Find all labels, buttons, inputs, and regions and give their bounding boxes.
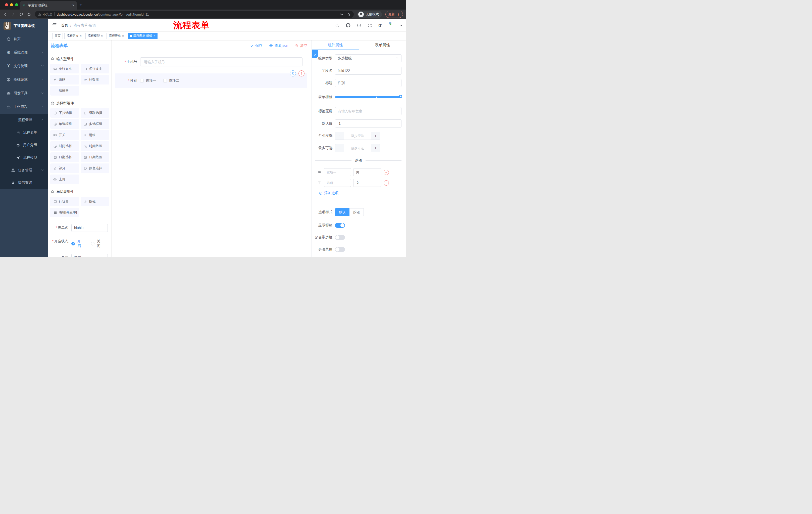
gender-option2-label[interactable]: 选项二 xyxy=(169,78,179,83)
palette-item-slider[interactable]: 滑块 xyxy=(81,130,110,140)
gender-option1-checkbox[interactable] xyxy=(140,79,144,82)
sidebar-item-home[interactable]: 首页 xyxy=(0,32,48,46)
tag-close-icon[interactable]: × xyxy=(80,34,82,38)
max-select-input[interactable] xyxy=(344,144,371,152)
palette-item-multi-text[interactable]: 多行文本 xyxy=(81,64,110,74)
breadcrumb-home[interactable]: 首页 xyxy=(61,23,68,28)
sidebar-item-leave-query[interactable]: 请假查询 xyxy=(0,177,48,189)
tag-close-icon[interactable]: × xyxy=(101,34,103,38)
border-switch[interactable] xyxy=(335,235,345,240)
tag-close-icon[interactable]: × xyxy=(122,34,124,38)
view-json-button[interactable]: 查看json xyxy=(269,44,288,48)
status-on-radio[interactable] xyxy=(71,242,75,245)
sidebar-item-pay[interactable]: ¥ 支付管理 xyxy=(0,59,48,73)
reload-button[interactable] xyxy=(19,12,23,17)
palette-item-switch[interactable]: 开关 xyxy=(50,130,79,140)
tab-close-icon[interactable]: × xyxy=(72,3,75,7)
canvas-field-phone[interactable]: *手机号 xyxy=(115,57,308,66)
field-name-input[interactable] xyxy=(335,66,402,75)
collapse-sidebar-button[interactable] xyxy=(52,22,57,28)
tag-flow-form[interactable]: 流程表单× xyxy=(107,33,126,39)
forward-button[interactable] xyxy=(11,12,16,17)
home-button[interactable] xyxy=(27,12,31,17)
sidebar-item-infra[interactable]: 基础设施 xyxy=(0,73,48,86)
minimize-window-button[interactable] xyxy=(10,3,13,6)
status-off-radio[interactable] xyxy=(91,242,94,245)
option2-value-input[interactable] xyxy=(353,179,381,187)
bookmark-star-icon[interactable] xyxy=(347,12,351,16)
sidebar-item-flow-form[interactable]: 流程表单 xyxy=(0,126,48,139)
form-grid-slider[interactable] xyxy=(335,93,402,101)
tag-flow-form-edit[interactable]: 流程表单-编辑× xyxy=(127,33,157,39)
drag-handle-icon[interactable] xyxy=(317,170,322,175)
palette-item-time-range[interactable]: 时间范围 xyxy=(81,141,110,151)
gender-option2-checkbox[interactable] xyxy=(163,79,167,82)
link-tag[interactable] xyxy=(312,50,318,58)
slider-handle[interactable] xyxy=(399,95,402,98)
label-width-input[interactable] xyxy=(335,107,402,115)
option2-label-input[interactable] xyxy=(324,179,351,187)
palette-item-single-text[interactable]: 单行文本 xyxy=(50,64,79,74)
remove-option-button[interactable]: − xyxy=(384,180,389,186)
palette-item-password[interactable]: 密码 xyxy=(50,75,79,84)
title-input[interactable] xyxy=(335,79,402,87)
style-button-button[interactable]: 按钮 xyxy=(349,208,364,216)
drag-handle-icon[interactable] xyxy=(317,180,322,186)
canvas-field-gender-selected[interactable]: *性别 选项一 选项二 xyxy=(115,74,307,88)
clear-button[interactable]: 清空 xyxy=(295,44,307,48)
save-button[interactable]: 保存 xyxy=(250,44,262,48)
status-on-label[interactable]: 开启 xyxy=(77,239,84,248)
option1-value-input[interactable] xyxy=(353,168,381,176)
palette-item-time[interactable]: 时间选择 xyxy=(50,141,79,151)
browser-tab[interactable]: 芋道管理系统 × xyxy=(20,1,77,9)
delete-component-button[interactable] xyxy=(298,71,304,77)
tab-component-props[interactable]: 组件属性 xyxy=(312,40,359,50)
palette-item-cascade[interactable]: 级联选择 xyxy=(81,108,110,118)
sidebar-item-flow-manage[interactable]: 流程管理 xyxy=(0,114,48,126)
gender-option1-label[interactable]: 选项一 xyxy=(146,78,156,83)
form-name-input[interactable] xyxy=(71,224,108,232)
sidebar-item-workflow[interactable]: 工作流程 xyxy=(0,100,48,114)
avatar[interactable] xyxy=(388,21,397,30)
palette-item-checkbox-group[interactable]: 多选框组 xyxy=(81,119,110,129)
palette-item-date[interactable]: 日期选择 xyxy=(50,153,79,162)
new-tab-button[interactable]: + xyxy=(79,2,82,8)
browser-menu-icon[interactable]: ⋮ xyxy=(397,12,400,16)
password-key-icon[interactable] xyxy=(339,12,343,16)
sidebar-item-user-group[interactable]: 用户分组 xyxy=(0,139,48,152)
stepper-increase-button[interactable]: + xyxy=(371,132,380,140)
sidebar-item-system[interactable]: ⚙ 系统管理 xyxy=(0,46,48,59)
tag-flow-definition[interactable]: 流程定义× xyxy=(64,33,84,39)
min-select-input[interactable] xyxy=(344,132,371,140)
palette-item-counter[interactable]: 计数器 xyxy=(81,75,110,84)
status-off-label[interactable]: 关闭 xyxy=(97,239,104,248)
github-icon[interactable] xyxy=(346,23,350,28)
add-option-button[interactable]: 添加选项 xyxy=(319,191,402,195)
palette-item-upload[interactable]: 上传 xyxy=(50,174,79,184)
sidebar-item-task-manage[interactable]: 任务管理 xyxy=(0,164,48,177)
palette-item-date-range[interactable]: 日期范围 xyxy=(81,153,110,162)
close-window-button[interactable] xyxy=(5,3,8,6)
stepper-decrease-button[interactable]: − xyxy=(335,132,344,140)
palette-item-select[interactable]: 下拉选择 xyxy=(50,108,79,118)
stepper-increase-button[interactable]: + xyxy=(371,144,380,152)
fullscreen-icon[interactable] xyxy=(368,23,372,28)
show-label-switch[interactable] xyxy=(335,223,345,228)
update-button[interactable]: 更新 ⋮ xyxy=(385,11,403,18)
address-bar[interactable]: 不安全 dashboard.yudao.iocoder.cn/bpm/manag… xyxy=(35,11,354,18)
style-default-button[interactable]: 默认 xyxy=(335,208,349,216)
back-button[interactable] xyxy=(3,12,7,17)
tag-home[interactable]: 首页 xyxy=(52,33,63,39)
sidebar-item-flow-model[interactable]: 流程模型 xyxy=(0,152,48,164)
palette-item-table[interactable]: 表格[开发中] xyxy=(50,208,79,217)
sidebar-item-dev[interactable]: 研发工具 xyxy=(0,86,48,100)
component-type-select[interactable]: 多选框组 xyxy=(335,54,402,62)
tab-form-props[interactable]: 表单属性 xyxy=(359,40,406,50)
stepper-decrease-button[interactable]: − xyxy=(335,144,344,152)
phone-input[interactable] xyxy=(140,57,302,66)
form-remark-textarea[interactable]: 嘿嘿 xyxy=(71,254,108,257)
palette-item-button[interactable]: 按钮 xyxy=(81,197,110,206)
security-status[interactable]: 不安全 xyxy=(38,12,53,17)
option1-label-input[interactable] xyxy=(324,168,351,176)
palette-item-rate[interactable]: 评分 xyxy=(50,163,79,173)
